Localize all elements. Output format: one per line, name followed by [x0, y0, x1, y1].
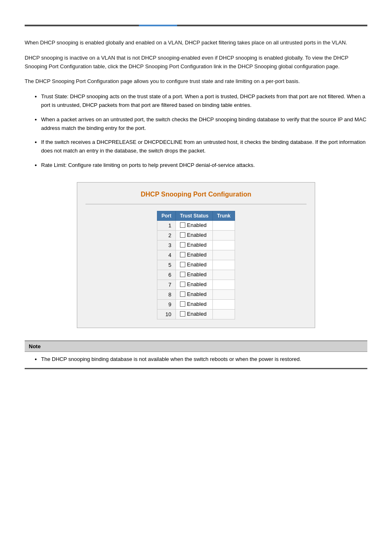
cell-trunk-2 — [213, 230, 235, 240]
cell-port-5: 5 — [157, 260, 175, 270]
cell-trust-8[interactable]: Enabled — [175, 289, 212, 299]
config-box-divider — [85, 204, 307, 204]
bullet-item-1: Trust State: DHCP snooping acts on the t… — [41, 92, 367, 110]
cell-trust-4[interactable]: Enabled — [175, 250, 212, 260]
trust-checkbox-10[interactable] — [180, 311, 185, 317]
table-row: 7Enabled — [157, 280, 235, 289]
cell-trust-10[interactable]: Enabled — [175, 309, 212, 319]
table-row: 3Enabled — [157, 240, 235, 250]
cell-port-7: 7 — [157, 280, 175, 289]
trust-checkbox-8[interactable] — [180, 291, 185, 297]
table-row: 9Enabled — [157, 299, 235, 309]
cell-trunk-7 — [213, 280, 235, 289]
trust-label-7: Enabled — [187, 281, 207, 287]
dhcp-snooping-config-box: DHCP Snooping Port Configuration Port Tr… — [77, 182, 315, 328]
config-table: Port Trust Status Trunk 1Enabled2Enabled… — [157, 211, 235, 319]
trust-checkbox-6[interactable] — [180, 272, 185, 277]
trust-label-8: Enabled — [187, 291, 207, 297]
cell-trunk-1 — [213, 220, 235, 230]
main-bullet-list: Trust State: DHCP snooping acts on the t… — [41, 92, 367, 170]
cell-port-1: 1 — [157, 220, 175, 230]
cell-trust-5[interactable]: Enabled — [175, 260, 212, 270]
body-paragraph-3: The DHCP Snooping Port Configuration pag… — [25, 77, 367, 86]
cell-port-9: 9 — [157, 299, 175, 309]
bullet-item-4: Rate Limit: Configure rate limiting on p… — [41, 161, 367, 170]
cell-port-3: 3 — [157, 240, 175, 250]
table-row: 8Enabled — [157, 289, 235, 299]
cell-trunk-5 — [213, 260, 235, 270]
col-header-trunk: Trunk — [213, 211, 235, 220]
trust-checkbox-9[interactable] — [180, 301, 185, 307]
trust-label-6: Enabled — [187, 271, 207, 278]
bottom-bullet-item-1: The DHCP snooping binding database is no… — [41, 355, 367, 364]
trust-label-4: Enabled — [187, 252, 207, 258]
cell-trunk-9 — [213, 299, 235, 309]
cell-trunk-4 — [213, 250, 235, 260]
trust-label-5: Enabled — [187, 261, 207, 268]
bottom-divider — [25, 368, 367, 369]
trust-label-1: Enabled — [187, 222, 207, 228]
cell-port-2: 2 — [157, 230, 175, 240]
bottom-bar: Note — [25, 340, 367, 352]
trust-checkbox-5[interactable] — [180, 262, 185, 267]
table-row: 4Enabled — [157, 250, 235, 260]
table-row: 10Enabled — [157, 309, 235, 319]
cell-port-8: 8 — [157, 289, 175, 299]
trust-checkbox-4[interactable] — [180, 252, 185, 257]
trust-checkbox-1[interactable] — [180, 222, 185, 228]
table-row: 5Enabled — [157, 260, 235, 270]
body-paragraph-2: DHCP snooping is inactive on a VLAN that… — [25, 54, 367, 71]
cell-trust-9[interactable]: Enabled — [175, 299, 212, 309]
table-row: 6Enabled — [157, 270, 235, 280]
line-dark-left — [25, 25, 139, 26]
cell-trunk-8 — [213, 289, 235, 299]
line-dark-right — [177, 25, 367, 26]
trust-label-3: Enabled — [187, 242, 207, 248]
cell-port-4: 4 — [157, 250, 175, 260]
cell-trust-1[interactable]: Enabled — [175, 220, 212, 230]
bottom-section: Note The DHCP snooping binding database … — [25, 340, 367, 369]
page-wrapper: When DHCP snooping is enabled globally a… — [0, 0, 392, 386]
cell-trunk-10 — [213, 309, 235, 319]
trust-label-9: Enabled — [187, 301, 207, 307]
trust-label-2: Enabled — [187, 232, 207, 238]
cell-trust-3[interactable]: Enabled — [175, 240, 212, 250]
cell-trust-2[interactable]: Enabled — [175, 230, 212, 240]
top-decorative-lines — [25, 25, 367, 26]
cell-trust-6[interactable]: Enabled — [175, 270, 212, 280]
table-row: 2Enabled — [157, 230, 235, 240]
bullet-item-2: When a packet arrives on an untrusted po… — [41, 116, 367, 133]
table-header-row: Port Trust Status Trunk — [157, 211, 235, 220]
bottom-bullet-list: The DHCP snooping binding database is no… — [41, 355, 367, 364]
trust-label-10: Enabled — [187, 311, 207, 317]
cell-port-10: 10 — [157, 309, 175, 319]
cell-trust-7[interactable]: Enabled — [175, 280, 212, 289]
bullet-item-3: If the switch receives a DHCPRELEASE or … — [41, 138, 367, 155]
config-box-title: DHCP Snooping Port Configuration — [85, 191, 307, 198]
line-blue-center — [139, 25, 177, 26]
table-row: 1Enabled — [157, 220, 235, 230]
col-header-trust-status: Trust Status — [175, 211, 212, 220]
cell-trunk-3 — [213, 240, 235, 250]
col-header-port: Port — [157, 211, 175, 220]
body-paragraph-1: When DHCP snooping is enabled globally a… — [25, 39, 367, 47]
trust-checkbox-7[interactable] — [180, 282, 185, 287]
trust-checkbox-3[interactable] — [180, 242, 185, 247]
cell-port-6: 6 — [157, 270, 175, 280]
cell-trunk-6 — [213, 270, 235, 280]
trust-checkbox-2[interactable] — [180, 232, 185, 238]
